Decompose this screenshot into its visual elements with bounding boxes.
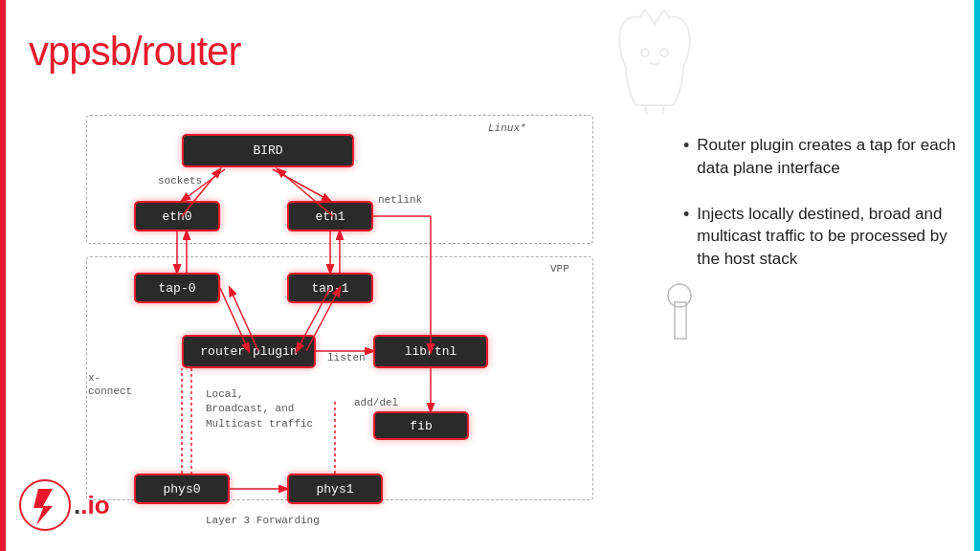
logo-icon: [19, 479, 72, 532]
sockets-label: sockets: [158, 175, 202, 187]
layer3-label: Layer 3 Forwarding: [206, 515, 320, 526]
node-librtnl: librtnl: [373, 335, 488, 368]
node-eth1: eth1: [287, 201, 373, 231]
svg-rect-23: [675, 302, 686, 339]
node-eth0: eth0: [134, 201, 220, 231]
broadcast-label: Local,Broadcast, andMulticast traffic: [206, 387, 313, 431]
logo-area: ..io: [19, 479, 110, 532]
node-tap1: tap-1: [287, 273, 373, 303]
listen-label: listen: [327, 352, 366, 364]
svg-point-1: [660, 49, 668, 56]
node-router-plugin: router plugin: [182, 335, 316, 368]
bullets-area: • Router plugin creates a tap for each d…: [683, 134, 961, 294]
bullet-dot-1: •: [683, 136, 689, 156]
netlink-label: netlink: [378, 194, 422, 206]
xconnect-label: x-connect: [88, 371, 132, 399]
bullet-text-1: Router plugin creates a tap for each dat…: [697, 134, 961, 180]
deco-rect: [674, 301, 687, 343]
bullet-item-1: • Router plugin creates a tap for each d…: [683, 134, 961, 180]
node-tap0: tap-0: [134, 273, 220, 303]
svg-point-0: [641, 49, 649, 56]
bullet-item-2: • Injects locally destined, broad and mu…: [683, 203, 961, 271]
diagram-area: Linux* VPP BIRD eth0 eth1 tap-0 tap-1 ro…: [29, 115, 622, 517]
cat-silhouette: [607, 10, 702, 115]
vpp-label: VPP: [550, 263, 569, 275]
right-accent-bar: [974, 0, 980, 551]
node-fib: fib: [373, 411, 469, 440]
node-phys0: phys0: [134, 474, 230, 504]
svg-point-24: [20, 480, 70, 530]
logo-text: ..io: [74, 491, 110, 520]
node-phys1: phys1: [287, 474, 383, 504]
bullet-dot-2: •: [683, 205, 689, 225]
bullet-text-2: Injects locally destined, broad and mult…: [697, 203, 961, 271]
page-title: vppsb/router: [29, 29, 240, 75]
adddel-label: add/del: [354, 397, 398, 408]
left-accent-bar: [0, 0, 6, 551]
node-bird: BIRD: [182, 134, 354, 167]
linux-label: Linux*: [488, 122, 526, 134]
